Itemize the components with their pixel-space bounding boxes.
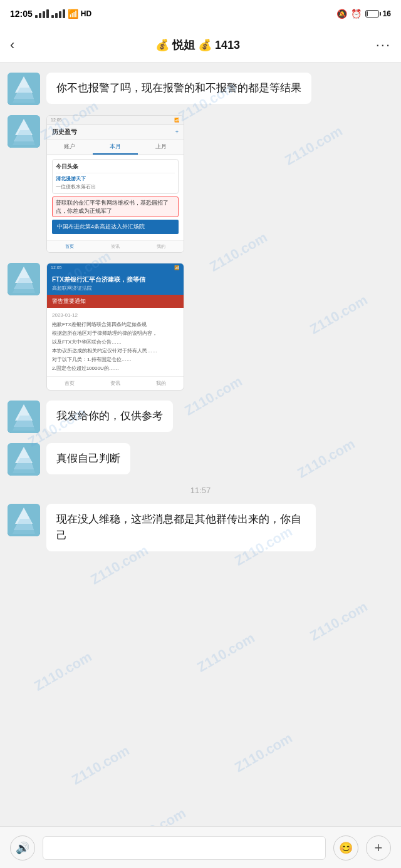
ss1-tab-3: 上月 <box>138 140 184 155</box>
ss2-header: FTX差银行汇平台济建联，接等信 高超联网济证法院 <box>47 272 184 295</box>
screenshot-bubble-2: 12:05📶 FTX差银行汇平台济建联，接等信 高超联网济证法院 警告重要通知 … <box>46 263 184 391</box>
more-button[interactable]: ··· <box>376 37 391 53</box>
chat-title: 💰 悦姐 💰 1413 <box>19 38 375 53</box>
ss2-date: 2023-01-12 <box>52 312 179 319</box>
emoji-icon: 😊 <box>339 841 353 855</box>
message-row: 真假自己判断 <box>8 443 393 476</box>
screenshot-image-1: 12:05 📶 历史盈亏 + 账户 本月 上月 今日头条 <box>46 115 184 253</box>
message-bubble: 你不也报警了吗，现在报警的和不报警的都是等结果 <box>46 73 311 104</box>
screenshot-bubble-1: 12:05 📶 历史盈亏 + 账户 本月 上月 今日头条 <box>46 115 184 253</box>
ss2-footer-news: 资讯 <box>110 380 120 387</box>
watermark: Z110.com <box>232 730 295 775</box>
message-row: 现在没人维稳，这些消息都是其他群传出来的，你自己 <box>8 504 393 552</box>
ss1-tab-1: 账户 <box>47 140 93 155</box>
ss2-footer-me: 我的 <box>156 380 166 387</box>
status-right: 🔕 ⏰ 16 <box>336 9 391 19</box>
message-text: 现在没人维稳，这些消息都是其他群传出来的，你自己 <box>56 513 301 541</box>
message-row: 你不也报警了吗，现在报警的和不报警的都是等结果 <box>8 73 393 105</box>
ss1-news-text: 中国布进此第4条高超达入外汇场院 <box>57 223 145 230</box>
ss2-line3: 以及FTX大中华区联合公告…… <box>52 339 179 346</box>
status-time: 12:05 📶 HD <box>10 9 91 19</box>
avatar <box>8 263 40 295</box>
ss2-subtitle: 高超联网济证法院 <box>52 285 179 292</box>
ss2-line2: 根据您所在地区对于律师助理约律的说明内容， <box>52 330 179 337</box>
ss1-tab-2: 本月 <box>93 140 138 155</box>
watermark: Z110.com <box>69 742 132 788</box>
voice-icon: 🔊 <box>16 841 29 855</box>
mute-icon: 🔕 <box>336 9 347 19</box>
avatar <box>8 443 40 476</box>
status-bar: 12:05 📶 HD 🔕 ⏰ 16 <box>0 0 401 28</box>
add-button[interactable]: + <box>366 835 391 860</box>
message-row: 12:05 📶 历史盈亏 + 账户 本月 上月 今日头条 <box>8 115 393 253</box>
ss2-title: FTX差银行汇平台济建联，接等信 <box>52 275 179 284</box>
message-row: 12:05📶 FTX差银行汇平台济建联，接等信 高超联网济证法院 警告重要通知 … <box>8 263 393 391</box>
voice-button[interactable]: 🔊 <box>10 835 35 860</box>
ss1-notif-body: 一位债权水落石出 <box>56 183 175 190</box>
ss1-title: 历史盈亏 <box>52 128 77 136</box>
message-text: 真假自己判断 <box>56 452 120 464</box>
message-text: 我发给你的，仅供参考 <box>56 410 163 422</box>
ss2-footer-home: 首页 <box>65 380 75 387</box>
time-divider: 11:57 <box>8 486 393 495</box>
ss2-body: 2023-01-12 抱歉FTX差银行网络联合第四条约定如条规 根据您所在地区对… <box>47 308 184 376</box>
watermark: Z110.com <box>307 598 370 644</box>
wifi-icon: 📶 <box>68 9 78 19</box>
ss2-footer: 首页 资讯 我的 <box>47 376 184 390</box>
message-text: 你不也报警了吗，现在报警的和不报警的都是等结果 <box>56 82 301 94</box>
ss1-notif-title: 清北漫游天下 <box>56 175 175 182</box>
ss2-banner: 警告重要通知 <box>47 295 184 308</box>
ss1-highlight-text: 普联联的金汇平零售网络维权书，基恐届招了点，你差成为正规军了 <box>56 200 169 214</box>
watermark: Z110.com <box>125 805 189 826</box>
avatar <box>8 73 40 105</box>
bottom-bar: 🔊 😊 + <box>0 826 401 868</box>
message-bubble: 现在没人维稳，这些消息都是其他群传出来的，你自己 <box>46 504 316 552</box>
ss2-line6: 2.固定仓位超过10000U的…… <box>52 365 179 372</box>
avatar <box>8 504 40 536</box>
watermark: Z110.com <box>31 648 95 694</box>
watermark: Z110.com <box>194 630 258 675</box>
ss2-line1: 抱歉FTX差银行网络联合第四条约定如条规 <box>52 321 179 329</box>
ss1-tabs: 账户 本月 上月 <box>47 140 184 155</box>
ss1-highlight: 普联联的金汇平零售网络维权书，基恐届招了点，你差成为正规军了 <box>52 197 179 217</box>
message-bubble: 真假自己判断 <box>46 443 130 474</box>
chat-area: Z110.com Z110.com Z110.com Z110.com Z110… <box>0 63 401 826</box>
chat-title-text: 💰 悦姐 💰 1413 <box>155 38 240 53</box>
battery-level: 16 <box>383 9 391 18</box>
hd-label: HD <box>81 9 91 18</box>
ss2-line4: 本协议所达成的相关约定仅针对于持有人民…… <box>52 347 179 355</box>
avatar <box>8 115 40 148</box>
ss2-banner-text: 警告重要通知 <box>52 298 86 304</box>
message-input[interactable] <box>43 836 326 860</box>
screenshot-image-2: 12:05📶 FTX差银行汇平台济建联，接等信 高超联网济证法院 警告重要通知 … <box>46 263 184 391</box>
ss1-header: 历史盈亏 + <box>47 125 184 140</box>
back-button[interactable]: ‹ <box>10 38 14 52</box>
avatar <box>8 401 40 433</box>
top-nav: ‹ 💰 悦姐 💰 1413 ··· <box>0 28 401 63</box>
message-bubble: 我发给你的，仅供参考 <box>46 401 173 432</box>
ss1-notif-time: 今日头条 <box>56 163 175 173</box>
emoji-button[interactable]: 😊 <box>333 835 358 860</box>
alarm-icon: ⏰ <box>351 9 362 19</box>
add-icon: + <box>375 840 383 856</box>
ss1-body: 今日头条 清北漫游天下 一位债权水落石出 普联联的金汇平零售网络维权书，基恐届招… <box>47 155 184 240</box>
signal-icon <box>35 9 49 18</box>
time-divider-text: 11:57 <box>190 486 211 495</box>
message-row: 我发给你的，仅供参考 <box>8 401 393 433</box>
signal-icon-2 <box>51 9 65 18</box>
time-display: 12:05 <box>10 9 33 19</box>
ss1-news: 中国布进此第4条高超达入外汇场院 <box>52 220 179 234</box>
battery-icon <box>365 10 379 18</box>
ss2-line5: 对于以下几类：1.持有固定仓位…… <box>52 356 179 364</box>
